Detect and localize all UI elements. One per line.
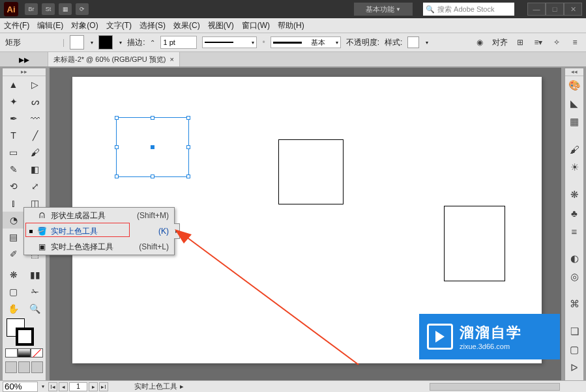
tools-grip[interactable]: ▸▸	[3, 68, 46, 76]
color-mode-button[interactable]	[5, 348, 18, 357]
handle-tc[interactable]	[151, 116, 154, 120]
center-point[interactable]	[151, 145, 154, 149]
gradient-panel-icon[interactable]: ♣	[565, 204, 583, 222]
style-swatch[interactable]	[407, 36, 419, 48]
eraser-tool[interactable]: ◧	[24, 161, 46, 178]
selection-tool[interactable]: ▲	[3, 76, 24, 93]
handle-br[interactable]	[186, 175, 190, 178]
expand-panels-button[interactable]: ▸▸	[0, 52, 48, 66]
rectangle-3[interactable]	[444, 206, 505, 281]
graphic-styles-icon[interactable]: ◎	[565, 268, 583, 286]
zoom-input[interactable]	[3, 382, 38, 392]
swatches-icon[interactable]: ▦	[565, 113, 583, 131]
menu-file[interactable]: 文件(F)	[4, 20, 29, 31]
width-tool[interactable]: ⫿	[3, 195, 24, 212]
paintbrush-tool[interactable]: 🖌	[24, 144, 46, 161]
color-panel-icon[interactable]: 🎨	[565, 76, 583, 94]
stock-icon[interactable]: St	[42, 3, 55, 15]
stroke-width-input[interactable]	[160, 36, 197, 49]
brushes-icon[interactable]: 🖌	[565, 140, 583, 158]
handle-tl[interactable]	[115, 116, 119, 120]
horizontal-scrollbar[interactable]	[430, 383, 560, 391]
flyout-tearoff[interactable]: ▸	[174, 223, 180, 239]
menu-type[interactable]: 文字(T)	[106, 20, 132, 31]
artboard-number-input[interactable]	[69, 382, 87, 391]
close-tab-icon[interactable]: ×	[170, 55, 174, 63]
slice-tool[interactable]: ✁	[24, 283, 46, 300]
next-artboard-button[interactable]: ▸	[89, 382, 98, 391]
pencil-tool[interactable]: ✎	[3, 161, 24, 178]
menu-effect[interactable]: 效果(C)	[173, 20, 200, 31]
menu-view[interactable]: 视图(V)	[208, 20, 234, 31]
appearance-icon[interactable]: ◐	[565, 249, 583, 268]
stock-search-input[interactable]: 🔍 搜索 Adobe Stock	[423, 3, 514, 16]
transform-icon[interactable]: ✧	[551, 36, 563, 48]
last-artboard-button[interactable]: ▸I	[99, 382, 108, 391]
flyout-shape-builder[interactable]: ᕬ 形状生成器工具 (Shift+M)	[24, 208, 174, 223]
arrange-icon[interactable]: ≡▾	[533, 36, 544, 48]
shape-builder-tool[interactable]: ◔	[3, 212, 24, 229]
menu-select[interactable]: 选择(S)	[139, 20, 166, 31]
recolor-icon[interactable]: ◉	[474, 36, 486, 48]
column-graph-tool[interactable]: ▮▮	[24, 266, 46, 283]
document-tab[interactable]: 未标题-2* @ 60% (RGB/GPU 预览) ×	[48, 52, 180, 66]
align-label[interactable]: 对齐	[492, 37, 508, 48]
close-button[interactable]: ✕	[564, 3, 582, 16]
mesh-tool[interactable]: ▤	[3, 229, 24, 245]
handle-bc[interactable]	[151, 175, 154, 178]
flyout-live-paint[interactable]: 🪣 实时上色工具 (K)	[24, 223, 174, 239]
rotate-tool[interactable]: ⟲	[3, 178, 24, 195]
menu-help[interactable]: 帮助(H)	[278, 20, 304, 31]
magic-wand-tool[interactable]: ✦	[3, 93, 24, 110]
brush-definition-dropdown[interactable]: 基本 ▾	[271, 36, 341, 48]
bridge-icon[interactable]: Br	[25, 3, 38, 15]
handle-tr[interactable]	[186, 116, 190, 120]
none-mode-button[interactable]	[31, 348, 43, 357]
artboards-panel-icon[interactable]: ▢	[565, 341, 583, 359]
stroke-swatch[interactable]	[98, 35, 113, 49]
sync-icon[interactable]: ⟳	[76, 3, 89, 15]
workspace-switcher[interactable]: 基本功能 ▼	[354, 3, 413, 16]
handle-ml[interactable]	[115, 145, 119, 149]
gradient-mode-button[interactable]	[18, 348, 30, 357]
distribute-icon[interactable]: ⊞	[514, 36, 526, 48]
menu-edit[interactable]: 编辑(E)	[37, 20, 63, 31]
normal-screen-button[interactable]	[5, 361, 17, 373]
eyedropper-tool[interactable]: ✐	[3, 245, 24, 262]
status-menu-icon[interactable]: ▸	[180, 382, 184, 391]
arrange-icon[interactable]: ▦	[59, 3, 72, 15]
stroke-profile-dropdown[interactable]: ▾	[202, 36, 257, 48]
stroke-panel-icon[interactable]: ❋	[565, 186, 583, 204]
curvature-tool[interactable]: 〰	[24, 110, 46, 127]
handle-mr[interactable]	[186, 145, 190, 149]
hand-tool[interactable]: ✋	[3, 300, 24, 317]
cc-libraries-icon[interactable]: ⌘	[565, 295, 583, 313]
transparency-icon[interactable]: ≡	[565, 222, 583, 240]
minimize-button[interactable]: —	[527, 3, 546, 16]
layers-icon[interactable]: ❏	[565, 322, 583, 341]
direct-selection-tool[interactable]: ▷	[24, 76, 46, 93]
color-guide-icon[interactable]: ◣	[565, 94, 583, 113]
prev-artboard-button[interactable]: ◂	[59, 382, 68, 391]
first-artboard-button[interactable]: I◂	[48, 382, 57, 391]
rectangle-tool[interactable]: ▭	[3, 144, 24, 161]
stroke-box[interactable]	[16, 328, 34, 346]
links-icon[interactable]: ᐅ	[565, 359, 583, 377]
scale-tool[interactable]: ⤢	[24, 178, 46, 195]
fill-stroke-control[interactable]	[7, 318, 34, 346]
right-panel-grip[interactable]: ◂◂	[565, 68, 583, 76]
rectangle-2[interactable]	[278, 139, 344, 204]
flyout-live-paint-select[interactable]: ▣ 实时上色选择工具 (Shift+L)	[24, 239, 174, 255]
symbols-icon[interactable]: ☀	[565, 158, 583, 176]
zoom-tool[interactable]: 🔍	[24, 300, 46, 317]
type-tool[interactable]: T	[3, 127, 24, 144]
selected-rectangle[interactable]	[116, 117, 189, 177]
pen-tool[interactable]: ✒	[3, 110, 24, 127]
presentation-button[interactable]	[31, 361, 43, 373]
menu-window[interactable]: 窗口(W)	[242, 20, 270, 31]
maximize-button[interactable]: □	[546, 3, 564, 16]
lasso-tool[interactable]: ᔕ	[24, 93, 46, 110]
options-menu-icon[interactable]: ≡	[569, 36, 581, 48]
symbol-sprayer-tool[interactable]: ❋	[3, 266, 24, 283]
fill-swatch[interactable]	[70, 35, 84, 49]
